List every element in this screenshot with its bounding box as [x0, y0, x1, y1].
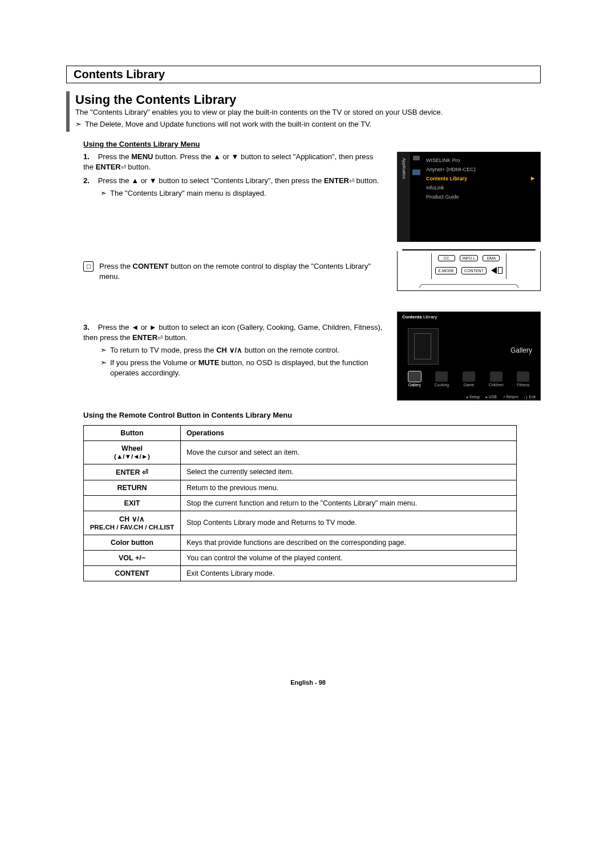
th-button: Button — [84, 425, 181, 440]
osd-item: Anynet+ (HDMI-CEC) — [424, 165, 537, 174]
contents-library-screenshot: Contents Library Gallery Gallery Cooking… — [397, 312, 541, 401]
remote-icon: ☐ — [83, 261, 94, 272]
intro-text: The "Contents Library" enables you to vi… — [75, 107, 541, 118]
remote-btn-dma: DMA — [483, 255, 500, 261]
osd-item: InfoLink — [424, 183, 537, 192]
table-row: Wheel(▲/▼/◄/►) Move the cursor and selec… — [84, 440, 517, 464]
menu-subhead: Using the Contents Library Menu — [83, 140, 541, 148]
osd-screenshot: Application WISELINK Pro Anynet+ (HDMI-C… — [397, 152, 541, 242]
cat-children: Children — [485, 371, 508, 387]
page-footer: English - 98 — [0, 679, 616, 686]
table-row: CH ∨/∧PRE.CH / FAV.CH / CH.LIST Stop Con… — [84, 511, 517, 535]
cat-gallery: Gallery — [403, 371, 426, 387]
table-row: VOL +/− You can control the volume of th… — [84, 550, 517, 565]
osd-icon — [413, 156, 420, 160]
cat-game: Game — [457, 371, 480, 387]
intro-bullet: The Delete, Move and Update functions wi… — [85, 120, 371, 128]
cat-cooking: Cooking — [430, 371, 453, 387]
table-row: RETURN Return to the previous menu. — [84, 480, 517, 495]
table-row: CONTENT Exit Contents Library mode. — [84, 565, 517, 581]
remote-btn-emode: E.MODE — [435, 267, 457, 274]
gallery-label: Gallery — [510, 346, 532, 354]
remote-arrow-icon — [491, 267, 502, 274]
table-heading: Using the Remote Control Button in Conte… — [83, 411, 541, 419]
step-2: 2. Press the ▲ or ▼ button to select "Co… — [83, 176, 386, 199]
remote-btn-infol: INFO.L — [460, 255, 479, 261]
table-row: Color button Keys that provide functions… — [84, 535, 517, 550]
subsection-title: Using the Contents Library — [75, 92, 541, 107]
gallery-thumb — [408, 328, 439, 365]
step-3: 3. Press the ◄ or ► button to select an … — [83, 322, 386, 379]
remote-illustration: CC INFO.L DMA E.MODE CONTENT — [397, 251, 541, 291]
bullet-icon: ➣ — [100, 358, 107, 378]
step-1: 1. Press the MENU button. Press the ▲ or… — [83, 152, 386, 172]
osd-sidebar-label: Application — [398, 152, 410, 241]
subsection-header: Using the Contents Library The "Contents… — [66, 91, 541, 132]
cat-fitness: Fitness — [512, 371, 534, 387]
bullet-icon: ➣ — [100, 345, 107, 355]
section-title: Contents Library — [74, 68, 536, 81]
osd-item: WISELINK Pro — [424, 156, 537, 165]
table-row: ENTER ⏎ Select the currently selected it… — [84, 464, 517, 480]
remote-btn-content: CONTENT — [461, 267, 487, 274]
bullet-icon: ➣ — [100, 188, 107, 199]
osd-icon — [412, 169, 420, 175]
section-header-box: Contents Library — [66, 66, 541, 83]
remote-btn-cc: CC — [438, 255, 455, 261]
th-ops: Operations — [181, 425, 517, 440]
bullet-icon: ➣ — [75, 120, 82, 128]
osd-item-selected: Contents Library▶ — [424, 174, 537, 183]
remote-note: Press the CONTENT button on the remote c… — [99, 261, 386, 282]
operations-table: Button Operations Wheel(▲/▼/◄/►) Move th… — [83, 425, 517, 581]
osd-item: Product Guide — [424, 192, 537, 201]
table-row: EXIT Stop the current function and retur… — [84, 495, 517, 511]
